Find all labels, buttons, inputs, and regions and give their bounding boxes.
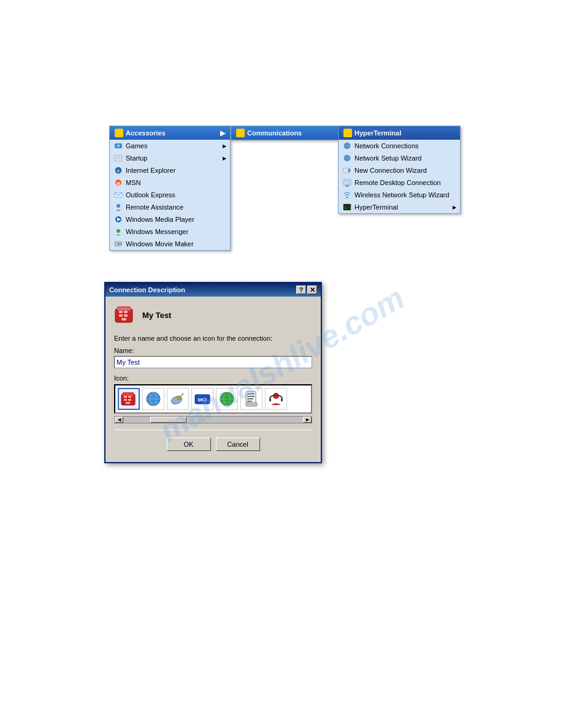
svg-rect-42	[128, 396, 131, 398]
icon-item-5[interactable]	[216, 388, 238, 410]
dialog-separator	[114, 430, 312, 430]
menu-item-movie-maker[interactable]: Windows Movie Maker	[110, 238, 230, 250]
dialog-instruction: Enter a name and choose an icon for the …	[114, 335, 312, 342]
remote-assist-icon	[113, 202, 123, 212]
svg-rect-25	[343, 180, 351, 185]
svg-rect-44	[128, 399, 131, 401]
icon-scrollbar[interactable]: ◀ ▶	[114, 416, 312, 423]
scrollbar-right-btn[interactable]: ▶	[303, 417, 312, 423]
icon-strip-container: MCI	[114, 384, 312, 414]
svg-rect-38	[118, 308, 130, 310]
icon-item-1[interactable]	[118, 388, 140, 410]
network-connections-icon	[342, 141, 352, 151]
icon-item-6[interactable]	[240, 388, 262, 410]
help-button[interactable]: ?	[296, 286, 306, 294]
svg-point-28	[347, 197, 348, 199]
menu-item-network-connections[interactable]: Network Connections	[339, 140, 460, 152]
svg-text:e: e	[117, 168, 120, 173]
icon-item-7[interactable]	[265, 388, 287, 410]
name-input[interactable]	[114, 356, 312, 368]
menu-item-media-player[interactable]: Windows Media Player	[110, 213, 230, 226]
communications-icon	[236, 129, 245, 137]
dialog-section: Connection Description ? ✕	[104, 282, 322, 463]
svg-rect-33	[119, 311, 123, 313]
games-arrow: ▶	[223, 143, 226, 149]
communications-header-label: Communications	[247, 129, 302, 137]
menu-item-remote-desktop[interactable]: Remote Desktop Connection	[339, 176, 460, 189]
svg-rect-40	[123, 392, 134, 396]
scrollbar-left-btn[interactable]: ◀	[115, 417, 123, 423]
svg-rect-63	[247, 398, 253, 400]
startup-arrow: ▶	[223, 156, 226, 161]
svg-rect-43	[124, 399, 127, 401]
cancel-button[interactable]: Cancel	[216, 438, 260, 451]
menu-item-wireless-setup[interactable]: Wireless Network Setup Wizard	[339, 189, 460, 201]
dialog-header-title: My Test	[142, 311, 171, 320]
svg-text:MCI: MCI	[198, 397, 207, 403]
ie-icon: e	[113, 165, 123, 175]
close-button[interactable]: ✕	[307, 286, 317, 294]
movie-maker-icon	[113, 239, 123, 249]
scrollbar-track	[123, 417, 303, 423]
svg-point-12	[117, 229, 120, 233]
movie-maker-label: Windows Movie Maker	[126, 240, 194, 248]
menu-item-new-connection-wizard[interactable]: New Connection Wizard	[339, 164, 460, 176]
svg-rect-61	[247, 393, 255, 395]
menu-item-msn[interactable]: M MSN	[110, 176, 230, 189]
games-icon	[113, 141, 123, 151]
network-panel: HyperTerminal Network Connections Networ…	[338, 126, 461, 214]
icon-item-2[interactable]	[142, 388, 164, 410]
menu-item-outlook[interactable]: Outlook Express	[110, 189, 230, 201]
ok-button[interactable]: OK	[167, 438, 211, 451]
media-player-label: Windows Media Player	[126, 216, 194, 223]
dialog-titlebar: Connection Description ? ✕	[105, 283, 321, 297]
new-connection-wizard-label: New Connection Wizard	[354, 167, 427, 174]
svg-point-54	[182, 393, 184, 395]
svg-rect-1	[117, 145, 120, 147]
messenger-label: Windows Messenger	[126, 228, 188, 235]
menu-item-network-setup-wizard[interactable]: Network Setup Wizard	[339, 152, 460, 164]
menu-item-games[interactable]: Games ▶	[110, 140, 230, 152]
dialog-content: My Test Enter a name and choose an icon …	[105, 297, 321, 462]
remote-assist-label: Remote Assistance	[126, 203, 183, 211]
svg-rect-68	[281, 398, 283, 401]
accessories-header-arrow: ▶	[220, 129, 225, 137]
menu-item-remote-assist[interactable]: Remote Assistance	[110, 201, 230, 213]
startup-icon	[113, 153, 123, 163]
svg-rect-35	[119, 314, 123, 317]
games-label: Games	[126, 142, 147, 150]
svg-point-9	[117, 204, 120, 208]
svg-text:C:\>: C:\>	[345, 205, 351, 210]
menu-item-ie[interactable]: e Internet Explorer	[110, 164, 230, 176]
icon-item-4[interactable]: MCI	[191, 388, 213, 410]
scrollbar-thumb[interactable]	[150, 417, 186, 423]
msn-icon: M	[113, 178, 123, 188]
svg-rect-67	[269, 398, 271, 401]
communications-panel: Communications ▶	[231, 126, 350, 140]
svg-rect-64	[247, 401, 252, 402]
accessories-panel: Accessories ▶ Games ▶ Startup ▶ e Intern…	[109, 126, 231, 251]
svg-rect-41	[124, 396, 127, 398]
accessories-header: Accessories ▶	[110, 126, 230, 140]
menu-item-startup[interactable]: Startup ▶	[110, 152, 230, 164]
dialog-header-area: My Test	[114, 304, 312, 326]
network-setup-wizard-label: Network Setup Wizard	[354, 154, 421, 162]
media-player-icon	[113, 214, 123, 224]
menu-item-hyperterminal[interactable]: C:\> HyperTerminal ▶	[339, 201, 460, 213]
network-setup-wizard-icon	[342, 153, 352, 163]
msn-label: MSN	[126, 179, 140, 186]
icon-item-3[interactable]	[167, 388, 189, 410]
accessories-icon	[115, 129, 123, 137]
wireless-setup-label: Wireless Network Setup Wizard	[354, 191, 450, 199]
menu-item-messenger[interactable]: Windows Messenger	[110, 226, 230, 238]
hyperterminal-icon	[343, 129, 352, 137]
dialog-buttons: OK Cancel	[114, 435, 312, 455]
dialog-title: Connection Description	[109, 286, 185, 294]
icon-label: Icon:	[114, 374, 312, 382]
remote-desktop-icon	[342, 178, 352, 188]
svg-rect-62	[247, 396, 255, 397]
network-connections-label: Network Connections	[354, 142, 419, 150]
outlook-icon	[113, 190, 123, 200]
wireless-setup-icon	[342, 190, 352, 200]
dialog-header-phone-icon	[114, 304, 136, 326]
